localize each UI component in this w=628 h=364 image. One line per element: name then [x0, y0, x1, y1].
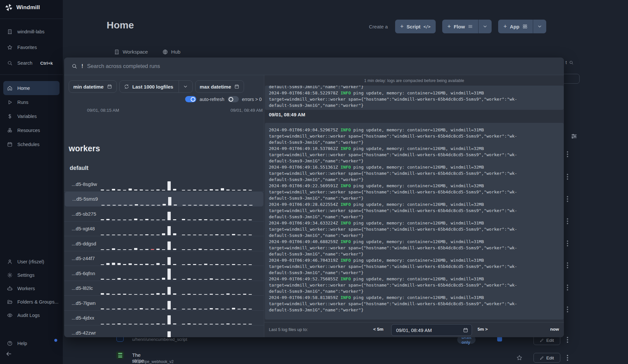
sidebar-item-search[interactable]: SearchCtrl+k — [0, 55, 63, 71]
max-datetime-button[interactable]: max datetime — [195, 80, 244, 93]
log-datetime-input[interactable]: 09/01, 08:49 AM — [391, 324, 472, 336]
logfiles-select[interactable]: Last 1000 logfiles — [119, 80, 193, 93]
sidebar-item-label: Schedules — [17, 142, 40, 147]
row-menu-kebab-icon[interactable] — [567, 218, 568, 224]
row-menu-kebab-icon[interactable] — [567, 196, 568, 202]
worker-row-d5-6qfnn[interactable]: ...d5-6qfnn — [64, 266, 264, 281]
menu-lines-icon — [468, 24, 473, 29]
sidebar-item-label: Home — [17, 86, 30, 91]
worker-row-d5-xgt48[interactable]: ...d5-xgt48 — [64, 222, 264, 237]
tab-workspace-label: Workspace — [123, 49, 148, 55]
runs-search-input[interactable]: ! Search across completed runs — [64, 58, 564, 75]
log-level-info: INFO — [340, 276, 351, 281]
sidebar-item-runs[interactable]: Runs — [0, 95, 63, 109]
create-flow-button[interactable]: +Flow — [442, 20, 492, 33]
code-icon: </> — [424, 24, 430, 29]
row-menu-kebab-icon[interactable] — [567, 306, 568, 312]
items-search-fragment[interactable]: t — [566, 60, 574, 65]
sidebar-item-variables[interactable]: Variables — [0, 109, 63, 123]
range-start: 09/01, 08:15 AM — [87, 108, 119, 113]
collapse-sidebar-icon[interactable] — [5, 350, 12, 357]
view-settings-icon[interactable] — [570, 133, 578, 139]
row-menu-kebab-icon[interactable] — [567, 337, 568, 343]
favorite-star-icon[interactable] — [516, 355, 523, 361]
brand[interactable]: Windmill — [5, 3, 40, 12]
auto-refresh-toggle[interactable] — [185, 96, 196, 102]
sidebar-item-folders-groups[interactable]: Folders & Groups... — [0, 295, 63, 308]
calendar-icon — [234, 84, 239, 89]
worker-activity-sparkline — [101, 268, 252, 280]
worker-row-d5-8sg9w[interactable]: ...d5-8sg9w — [64, 177, 264, 192]
notification-dot — [54, 339, 57, 342]
home-tabs: Workspace Hub — [114, 49, 181, 55]
sidebar-item-label: Folders & Groups... — [17, 299, 59, 305]
create-app-button[interactable]: +App — [498, 20, 546, 33]
worker-row-d5-42zwr[interactable]: ...d5-42zwr — [64, 325, 264, 337]
play-icon — [7, 99, 13, 105]
workers-title: workers — [69, 144, 100, 153]
row-menu-kebab-icon[interactable] — [567, 262, 568, 268]
row-menu-kebab-icon[interactable] — [567, 240, 568, 246]
create-label: Create a — [369, 24, 388, 29]
worker-activity-sparkline — [101, 327, 252, 337]
worker-name: ...d5-8sg9w — [64, 181, 101, 187]
errors-toggle[interactable] — [228, 96, 239, 102]
row-menu-kebab-icon[interactable] — [567, 151, 568, 157]
search-icon — [71, 63, 78, 69]
worker-row-d5-5sms9[interactable]: ...d5-5sms9 — [65, 192, 263, 207]
min-datetime-button[interactable]: min datetime — [69, 80, 117, 93]
script-tile-icon — [116, 351, 124, 359]
worker-row-d5-7lgwn[interactable]: ...d5-7lgwn — [64, 296, 264, 311]
chevron-down-icon — [482, 24, 488, 29]
row-menu-kebab-icon[interactable] — [567, 285, 568, 290]
globe-icon — [162, 49, 168, 55]
item-path: u/henri/unencumbered_script — [132, 337, 187, 342]
pencil-icon — [540, 338, 544, 342]
worker-name: ...d5-7lgwn — [64, 300, 101, 306]
sidebar-item-audit-logs[interactable]: Audit Logs — [0, 308, 63, 322]
row-menu-kebab-icon[interactable] — [567, 355, 568, 361]
sidebar-item-schedules[interactable]: Schedules — [0, 137, 63, 151]
now-button[interactable]: now — [550, 327, 559, 332]
eye-icon — [7, 312, 13, 318]
sidebar-item-resources[interactable]: Resources — [0, 123, 63, 137]
sidebar-item-workers[interactable]: Workers — [0, 282, 63, 295]
forward-5m-button[interactable]: 5m > — [478, 327, 488, 332]
worker-row-d5-sb275[interactable]: ...d5-sb275 — [64, 207, 264, 222]
sidebar-item-label: Variables — [17, 114, 37, 119]
search-icon — [569, 60, 574, 65]
tab-hub[interactable]: Hub — [162, 49, 180, 55]
boxes-icon — [7, 127, 13, 133]
brand-name: Windmill — [16, 4, 40, 11]
sidebar-item-home[interactable]: Home — [3, 81, 60, 95]
log-level-info: INFO — [340, 146, 351, 151]
sidebar-item-windmill-labs[interactable]: windmill-labs — [0, 24, 63, 40]
back-5m-button[interactable]: < 5m — [373, 327, 383, 332]
log-panel: 1 min delay: logs are compacted before b… — [264, 75, 564, 337]
worker-group-title: default — [70, 165, 88, 172]
log-block-top[interactable]: default-5sms9-Jmn1G","name":"worker"}202… — [265, 86, 564, 110]
log-block-main[interactable]: 2024-09-01T06:49:04.529675Z INFO ping up… — [265, 123, 564, 320]
worker-row-d5-z44f7[interactable]: ...d5-z44f7 — [64, 251, 264, 266]
create-app-dropdown[interactable] — [533, 20, 546, 33]
page-title: Home — [107, 20, 134, 31]
sidebar-item-settings[interactable]: Settings — [0, 268, 63, 282]
home-icon — [7, 85, 13, 91]
worker-activity-sparkline — [101, 223, 252, 235]
worker-activity-sparkline — [101, 298, 252, 309]
create-flow-dropdown[interactable] — [478, 20, 492, 33]
sidebar-item-user-rfiszel[interactable]: User (rfiszel) — [0, 255, 63, 268]
worker-row-d5-4jdxx[interactable]: ...d5-4jdxx — [64, 311, 264, 326]
tab-workspace[interactable]: Workspace — [114, 49, 148, 55]
create-script-button[interactable]: +Script</> — [395, 20, 436, 33]
sidebar-item-label: Resources — [17, 128, 40, 133]
row-menu-kebab-icon[interactable] — [567, 174, 568, 180]
sidebar-item-help[interactable]: Help — [0, 337, 63, 350]
edit-button[interactable]: Edit — [533, 353, 560, 363]
deploy-mini-icon[interactable] — [497, 337, 502, 341]
building-icon — [114, 49, 120, 55]
sidebar-item-favorites[interactable]: Favorites — [0, 40, 63, 55]
worker-name: ...d5-5sms9 — [65, 196, 101, 202]
worker-row-d5-ddgsd[interactable]: ...d5-ddgsd — [64, 236, 264, 251]
worker-row-d5-l82lc[interactable]: ...d5-l82lc — [64, 281, 264, 296]
